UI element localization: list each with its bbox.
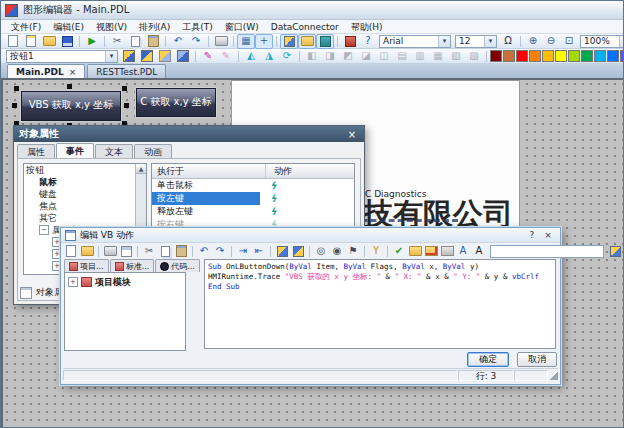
tree-item-其它[interactable]: 其它 [24, 212, 146, 224]
color-swatch[interactable] [555, 50, 567, 62]
menu-item[interactable]: 视图(V) [90, 20, 133, 34]
vb-search-input[interactable] [490, 245, 604, 258]
font-family-combo[interactable]: Arial▾ [379, 35, 451, 48]
ok-button[interactable]: 确定 [467, 352, 509, 367]
chevron-down-icon[interactable]: ▾ [484, 36, 496, 47]
tree-item-键盘[interactable]: 键盘 [24, 188, 146, 200]
drawing-canvas[interactable]: C Diagnostics 技有限公司 VBS 获取 x,y 坐标 C 获取 x… [1, 78, 624, 428]
tab-main.pdl[interactable]: Main.PDL× [7, 64, 85, 78]
open-icon[interactable] [40, 34, 58, 49]
zoom-in-icon[interactable]: ⊕ [524, 34, 542, 49]
menu-item[interactable]: 工具(T) [176, 20, 219, 34]
vbs-xy-button-object[interactable]: VBS 获取 x,y 坐标 [21, 91, 121, 121]
align-top-icon[interactable]: ◩ [339, 49, 357, 64]
selection-handle[interactable] [14, 86, 19, 91]
color-swatch[interactable] [542, 50, 554, 62]
menu-item[interactable]: 排列(A) [133, 20, 176, 34]
color-swatch[interactable] [568, 50, 580, 62]
folder-gray-icon[interactable] [439, 244, 455, 259]
group-icon[interactable] [120, 49, 138, 64]
undo-icon[interactable]: ↶ [169, 34, 187, 49]
flip-vertical-icon[interactable]: ◮ [260, 49, 278, 64]
color-swatch[interactable] [503, 50, 515, 62]
tab-标准...[interactable]: 标准... [110, 259, 155, 272]
folder-add-icon[interactable] [423, 244, 439, 259]
zoom-region-icon[interactable]: ⊡ [560, 34, 578, 49]
apply-style-icon[interactable]: ✎ [217, 49, 235, 64]
tab-代码...[interactable]: 代码... [155, 259, 200, 272]
ungroup-icon[interactable] [138, 49, 156, 64]
menu-item[interactable]: 编辑(E) [47, 20, 90, 34]
special-character-icon[interactable]: Ω [499, 34, 517, 49]
align-left-icon[interactable]: ◧ [303, 49, 321, 64]
tab-resttest.pdl[interactable]: RESTTest.PDL [87, 64, 166, 78]
font-color-icon[interactable]: A [455, 244, 471, 259]
save-icon[interactable] [58, 34, 76, 49]
undo-icon[interactable]: ↶ [196, 244, 212, 259]
align-center-v-icon[interactable]: ▤ [393, 49, 411, 64]
tab-属性[interactable]: 属性 [17, 144, 55, 159]
layers-icon[interactable] [280, 34, 298, 49]
tree-item-焦点[interactable]: 焦点 [24, 200, 146, 212]
chevron-down-icon[interactable]: ▾ [619, 36, 624, 47]
tab-close-icon[interactable]: × [69, 67, 77, 77]
tab-动画[interactable]: 动画 [134, 144, 172, 159]
action-lightning-icon[interactable]: ϟ [260, 193, 277, 204]
close-icon[interactable]: × [345, 129, 359, 140]
copy-style-icon[interactable]: ✎ [199, 49, 217, 64]
same-height-icon[interactable]: ▨ [465, 49, 483, 64]
uncomment-icon[interactable] [290, 244, 306, 259]
tab-事件[interactable]: 事件 [56, 143, 94, 158]
tree-item-按钮[interactable]: 按钮 [24, 164, 146, 176]
project-tree-pane[interactable]: + 项目模块 [64, 272, 186, 351]
cancel-button[interactable]: 取消 [517, 352, 557, 367]
tab-项目...[interactable]: 项目... [64, 259, 109, 272]
open-icon[interactable] [79, 244, 95, 259]
run-icon[interactable]: ▶ [83, 34, 101, 49]
scroll-up-icon[interactable]: ▲ [136, 164, 146, 174]
help-select-icon[interactable]: ? [359, 34, 377, 49]
color-swatch[interactable] [607, 50, 619, 62]
copy-icon[interactable] [126, 34, 144, 49]
chevron-down-icon[interactable]: ▾ [105, 51, 117, 62]
tree-item-project-modules[interactable]: + 项目模块 [65, 273, 185, 288]
redo-icon[interactable]: ↷ [212, 244, 228, 259]
selection-handle[interactable] [124, 103, 129, 108]
selection-handle[interactable] [122, 86, 127, 91]
flip-horizontal-icon[interactable]: ◭ [242, 49, 260, 64]
gallery-icon[interactable] [316, 34, 334, 49]
selection-handle[interactable] [67, 84, 72, 89]
color-swatch[interactable] [529, 50, 541, 62]
help-icon[interactable]: ? [524, 230, 540, 240]
cut-icon[interactable]: ✂ [141, 244, 157, 259]
zoom-out-icon[interactable]: ⊖ [542, 34, 560, 49]
print-icon[interactable] [102, 244, 118, 259]
event-row[interactable]: 按左键ϟ [152, 192, 354, 205]
menu-item[interactable]: 帮助(H) [345, 20, 389, 34]
code-line[interactable]: Sub OnLButtonDown(ByVal Item, ByVal Flag… [208, 262, 555, 272]
comment-icon[interactable] [274, 244, 290, 259]
event-row[interactable]: 释放左键ϟ [152, 205, 354, 218]
print-preview-icon[interactable] [118, 244, 134, 259]
redo-icon[interactable]: ↷ [187, 34, 205, 49]
tree-item-鼠标[interactable]: 鼠标 [24, 176, 146, 188]
font-size-combo[interactable]: 12▾ [455, 35, 497, 48]
code-line[interactable]: HMIRuntime.Trace "VBS 获取的 x y 坐标: " & " … [208, 272, 555, 282]
code-editor[interactable]: Sub OnLButtonDown(ByVal Item, ByVal Flag… [204, 259, 556, 349]
library-icon[interactable] [298, 34, 316, 49]
color-swatch[interactable] [490, 50, 502, 62]
new-sheet-icon[interactable] [63, 244, 79, 259]
space-vertical-icon[interactable]: ▦ [429, 49, 447, 64]
zoom-level-combo[interactable]: 100%▾ [580, 35, 624, 48]
syntax-check-icon[interactable]: Y [368, 244, 384, 259]
folder-open-icon[interactable] [407, 244, 423, 259]
action-lightning-icon[interactable]: ϟ [260, 206, 277, 217]
grid-icon[interactable]: ▦ [237, 34, 255, 49]
tab-文本[interactable]: 文本 [95, 144, 133, 159]
copy-icon[interactable] [157, 244, 173, 259]
align-center-h-icon[interactable]: ◫ [375, 49, 393, 64]
menu-item[interactable]: 窗口(W) [219, 20, 265, 34]
same-width-icon[interactable]: ▧ [447, 49, 465, 64]
indent-icon[interactable]: ⇥ [235, 244, 251, 259]
bookmark-icon[interactable]: ⚑ [345, 244, 361, 259]
